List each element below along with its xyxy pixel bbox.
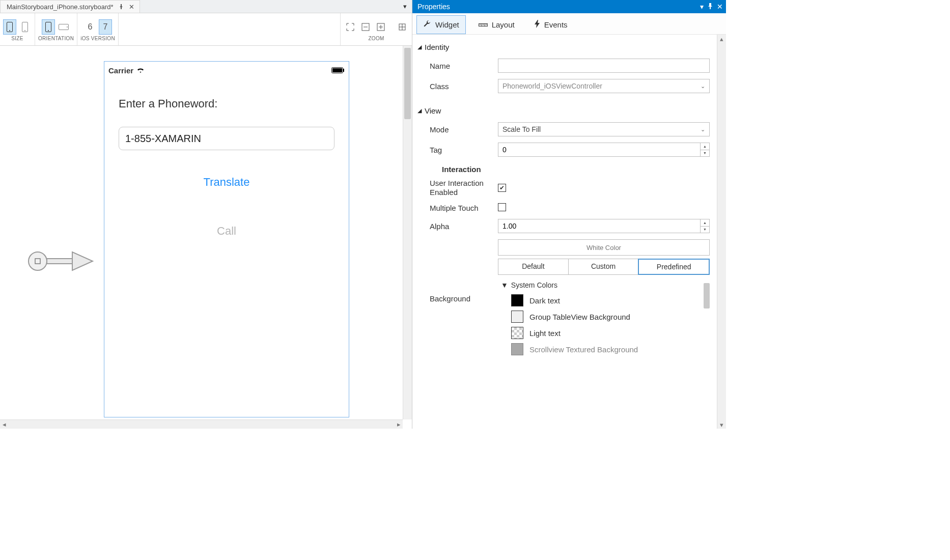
phoneword-textfield[interactable]: [119, 127, 334, 150]
alpha-stepper[interactable]: ▲▼: [498, 219, 710, 233]
alpha-label: Alpha: [416, 222, 498, 231]
color-item[interactable]: Light text: [498, 325, 696, 341]
user-interaction-checkbox[interactable]: ✔: [498, 184, 506, 192]
color-list-scrollbar[interactable]: [704, 283, 710, 309]
vertical-scrollbar[interactable]: [403, 46, 412, 419]
expand-icon: ▼: [501, 281, 508, 289]
size-label: SIZE: [11, 36, 23, 41]
orientation-portrait-button[interactable]: [42, 19, 55, 35]
stepper-up-icon[interactable]: ▲: [701, 143, 709, 150]
stepper-down-icon[interactable]: ▼: [701, 227, 709, 233]
designer-toolbar: SIZE ORIENTATION 6 7 iOS VERSION: [0, 13, 412, 46]
call-button[interactable]: Call: [119, 225, 334, 238]
properties-title-bar[interactable]: Properties ▾ ✕: [412, 0, 726, 13]
status-bar: Carrier: [104, 62, 349, 77]
color-swatch: [511, 294, 523, 306]
close-icon[interactable]: ✕: [129, 3, 134, 11]
mode-label: Mode: [416, 125, 498, 134]
svg-point-1: [9, 30, 10, 31]
user-interaction-label: User Interaction Enabled: [416, 179, 498, 197]
background-label: Background: [416, 294, 498, 303]
class-select[interactable]: Phoneworld_iOSViewController ⌄: [498, 79, 710, 93]
size-iphone-button[interactable]: [3, 19, 16, 35]
wifi-icon: [136, 66, 145, 75]
tag-stepper[interactable]: ▲▼: [498, 143, 710, 157]
document-tab-strip: MainStoryboard_iPhone.storyboard* ✕ ▾: [0, 0, 412, 13]
mode-select[interactable]: Scale To Fill ⌄: [498, 122, 710, 136]
svg-rect-21: [332, 68, 342, 72]
properties-tabs: Widget Layout Events: [412, 13, 726, 35]
zoom-fit-button[interactable]: [344, 19, 357, 35]
ios7-button[interactable]: 7: [99, 19, 112, 35]
ios-version-label: iOS VERSION: [80, 36, 115, 41]
chevron-down-icon: ⌄: [701, 126, 705, 133]
properties-content: ◢ Identity Name Class Phoneworld_iOSView…: [412, 35, 726, 429]
color-item[interactable]: Scrollview Textured Background: [498, 341, 696, 357]
alpha-input[interactable]: [498, 219, 701, 233]
translate-button[interactable]: Translate: [119, 176, 334, 189]
panel-close-icon[interactable]: ✕: [717, 3, 723, 11]
collapse-icon: ◢: [417, 107, 422, 114]
color-list: ▼ System Colors Dark text Group TableVie…: [498, 279, 710, 357]
tab-layout[interactable]: Layout: [472, 15, 521, 34]
svg-rect-22: [343, 69, 344, 72]
carrier-label: Carrier: [108, 66, 133, 75]
color-item[interactable]: Group TableView Background: [498, 309, 696, 325]
stepper-down-icon[interactable]: ▼: [701, 150, 709, 157]
view-controller-frame[interactable]: Carrier Enter a Phoneword: Translate Cal…: [104, 61, 349, 417]
tab-widget[interactable]: Widget: [416, 15, 466, 34]
background-mode-tabs: Default Custom Predefined: [498, 259, 710, 275]
panel-pin-icon[interactable]: [708, 3, 713, 11]
zoom-out-button[interactable]: [359, 19, 372, 35]
tag-label: Tag: [416, 146, 498, 154]
name-input[interactable]: [498, 59, 710, 73]
ios-version-group: 6 7 iOS VERSION: [77, 13, 119, 45]
size-ipad-button[interactable]: [18, 19, 32, 35]
svg-point-16: [29, 252, 47, 270]
background-color-display[interactable]: White Color: [498, 239, 710, 256]
panel-dropdown-icon[interactable]: ▾: [700, 3, 704, 11]
zoom-group: ZOOM: [340, 13, 412, 45]
tag-input[interactable]: [498, 143, 701, 157]
identity-section-header[interactable]: ◢ Identity: [416, 40, 722, 55]
storyboard-entry-point-icon[interactable]: [26, 247, 98, 277]
document-tab[interactable]: MainStoryboard_iPhone.storyboard* ✕: [0, 0, 140, 13]
wrench-icon: [423, 20, 431, 30]
stepper-up-icon[interactable]: ▲: [701, 219, 709, 227]
tab-events[interactable]: Events: [527, 15, 574, 34]
ios6-button[interactable]: 6: [83, 19, 97, 35]
svg-point-7: [67, 26, 68, 27]
size-group: SIZE: [0, 13, 35, 45]
multiple-touch-label: Multiple Touch: [416, 204, 498, 212]
heading-label: Enter a Phoneword:: [119, 97, 334, 110]
zoom-in-button[interactable]: [374, 19, 387, 35]
bg-tab-custom[interactable]: Custom: [569, 259, 639, 274]
bg-tab-predefined[interactable]: Predefined: [638, 259, 710, 275]
multiple-touch-checkbox[interactable]: [498, 203, 506, 211]
designer-canvas[interactable]: Carrier Enter a Phoneword: Translate Cal…: [0, 46, 412, 429]
color-swatch: [511, 311, 523, 323]
svg-rect-18: [47, 259, 72, 264]
designer-panel: MainStoryboard_iPhone.storyboard* ✕ ▾ SI…: [0, 0, 412, 429]
name-label: Name: [416, 62, 498, 70]
zoom-label: ZOOM: [368, 36, 384, 41]
color-swatch: [511, 343, 523, 355]
horizontal-scrollbar[interactable]: ◂▸: [0, 419, 403, 429]
color-item[interactable]: Dark text: [498, 292, 696, 309]
properties-panel: Properties ▾ ✕ Widget Layout Events: [412, 0, 726, 429]
system-colors-group[interactable]: ▼ System Colors: [498, 279, 696, 292]
svg-point-3: [24, 30, 25, 31]
view-section-header[interactable]: ◢ View: [416, 103, 722, 119]
color-swatch: [511, 327, 523, 339]
tab-dropdown-icon[interactable]: ▾: [401, 2, 409, 10]
ruler-icon: [479, 20, 488, 29]
orientation-landscape-button[interactable]: [57, 19, 70, 35]
svg-marker-19: [72, 252, 93, 270]
bg-tab-default[interactable]: Default: [498, 259, 569, 274]
document-tab-title: MainStoryboard_iPhone.storyboard*: [7, 3, 114, 11]
lightning-icon: [534, 20, 540, 30]
pin-icon[interactable]: [119, 3, 124, 11]
constraints-button[interactable]: [396, 19, 409, 35]
properties-scrollbar[interactable]: ▴ ▾: [717, 35, 726, 429]
chevron-down-icon: ⌄: [701, 83, 705, 90]
